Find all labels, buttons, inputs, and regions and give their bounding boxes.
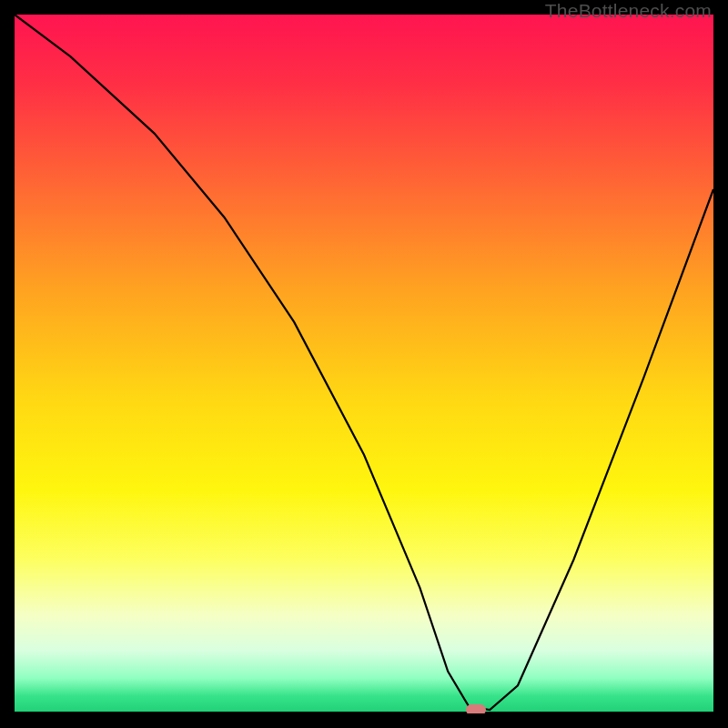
optimal-marker <box>466 704 486 713</box>
plot-area <box>15 15 713 713</box>
bottleneck-curve <box>15 15 713 713</box>
watermark-text: TheBottleneck.com <box>545 0 712 22</box>
chart-container: TheBottleneck.com <box>0 0 728 728</box>
